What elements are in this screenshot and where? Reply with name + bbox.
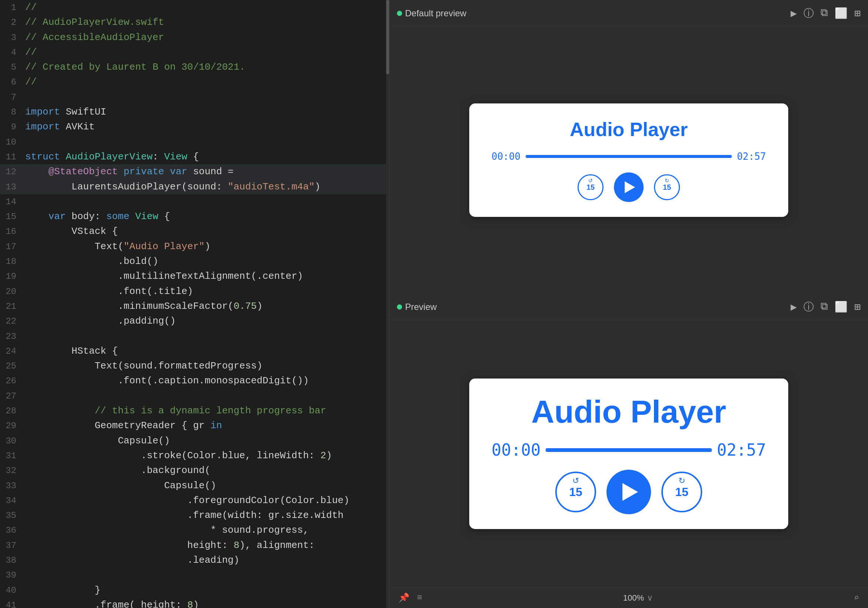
device-icon[interactable]: ⬜ — [835, 7, 848, 20]
line-number: 14 — [0, 195, 22, 209]
code-line-33: 33 Capsule() — [0, 478, 389, 493]
list-icon[interactable]: ≡ — [417, 593, 422, 603]
bottom-device-icon[interactable]: ⬜ — [835, 301, 848, 313]
bottom-info-icon[interactable]: ⓘ — [803, 300, 814, 314]
line-content: .leading) — [22, 553, 389, 568]
code-line-11: 11struct AudioPlayerView: View { — [0, 149, 389, 164]
scrollbar-track[interactable] — [386, 0, 389, 608]
line-content: .font(.caption.monospacedDigit()) — [22, 373, 389, 388]
code-line-28: 28 // this is a dynamic length progress … — [0, 403, 389, 418]
line-number: 7 — [0, 90, 22, 104]
status-dot-bottom — [397, 304, 402, 309]
run-icon[interactable]: ▶ — [790, 7, 797, 20]
bottom-preview-card: Audio Player 00:00 02:57 ↺ 15 ↻ 15 — [469, 379, 788, 529]
search-icon[interactable]: ⌕ — [854, 593, 859, 603]
code-line-14: 14 — [0, 194, 389, 209]
bottom-time-start: 00:00 — [491, 441, 541, 459]
code-line-34: 34 .foregroundColor(Color.blue) — [0, 493, 389, 508]
code-editor[interactable]: 1//2// AudioPlayerView.swift3// Accessib… — [0, 0, 389, 608]
line-content — [22, 568, 389, 582]
top-skip-fwd-label: 15 — [663, 183, 671, 192]
bottom-skip-back-label: 15 — [569, 485, 582, 499]
line-content — [22, 90, 389, 105]
line-content: // — [22, 45, 389, 60]
bottom-skip-fwd-arrow-icon: ↻ — [679, 476, 685, 486]
line-content: Capsule() — [22, 433, 389, 448]
line-number: 29 — [0, 419, 22, 433]
line-number: 19 — [0, 269, 22, 283]
code-line-5: 5// Created by Laurent B on 30/10/2021. — [0, 60, 389, 74]
code-line-19: 19 .multilineTextAlignment(.center) — [0, 269, 389, 284]
bottom-progress-track[interactable] — [546, 448, 711, 452]
line-number: 3 — [0, 31, 22, 45]
line-number: 35 — [0, 509, 22, 522]
bottom-play-button[interactable] — [606, 470, 651, 514]
code-line-7: 7 — [0, 90, 389, 105]
bottom-run-icon[interactable]: ▶ — [790, 301, 797, 313]
line-content: .stroke(Color.blue, lineWidth: 2) — [22, 448, 389, 463]
duplicate-icon[interactable]: ⧉ — [820, 8, 828, 19]
line-content: @StateObject private var sound = — [22, 164, 389, 179]
line-content: .padding() — [22, 314, 389, 328]
line-number: 10 — [0, 135, 22, 149]
zoom-control[interactable]: 100% ∨ — [623, 593, 653, 603]
status-dot-top — [397, 11, 402, 16]
top-skip-back-button[interactable]: ↺ 15 — [578, 174, 603, 200]
orient-icon[interactable]: ⊞ — [854, 7, 860, 20]
code-line-39: 39 — [0, 568, 389, 582]
top-progress-row: 00:00 02:57 — [491, 151, 766, 162]
line-content: // this is a dynamic length progress bar — [22, 403, 389, 418]
top-preview-toolbar: Default preview ▶ ⓘ ⧉ ⬜ ⊞ — [389, 0, 868, 27]
bottom-right-icons: ⌕ — [854, 593, 859, 603]
code-line-20: 20 .font(.title) — [0, 284, 389, 299]
bottom-skip-forward-button[interactable]: ↻ 15 — [661, 472, 702, 512]
code-line-2: 2// AudioPlayerView.swift — [0, 15, 389, 29]
line-number: 38 — [0, 554, 22, 567]
code-line-37: 37 height: 8), alignment: — [0, 538, 389, 553]
top-progress-track[interactable] — [525, 155, 732, 158]
line-content — [22, 194, 389, 209]
line-content: // — [22, 74, 389, 89]
bottom-skip-back-button[interactable]: ↺ 15 — [555, 472, 596, 512]
code-line-32: 32 .background( — [0, 463, 389, 478]
line-number: 37 — [0, 539, 22, 552]
line-number: 16 — [0, 225, 22, 238]
zoom-label: 100% — [623, 593, 644, 603]
bottom-duplicate-icon[interactable]: ⧉ — [820, 301, 828, 313]
line-content: Capsule() — [22, 478, 389, 493]
top-skip-forward-button[interactable]: ↻ 15 — [654, 174, 680, 200]
code-line-10: 10 — [0, 135, 389, 149]
line-content: import SwiftUI — [22, 105, 389, 119]
code-line-22: 22 .padding() — [0, 314, 389, 328]
code-line-31: 31 .stroke(Color.blue, lineWidth: 2) — [0, 448, 389, 463]
line-number: 21 — [0, 300, 22, 313]
code-content: 1//2// AudioPlayerView.swift3// Accessib… — [0, 0, 389, 608]
line-number: 2 — [0, 15, 22, 29]
line-number: 5 — [0, 60, 22, 74]
info-icon[interactable]: ⓘ — [803, 6, 814, 20]
skip-back-arrow-icon: ↺ — [588, 178, 593, 184]
code-line-8: 8import SwiftUI — [0, 105, 389, 119]
bottom-progress-row: 00:00 02:57 — [491, 441, 766, 459]
line-content: var body: some View { — [22, 209, 389, 224]
code-line-38: 38 .leading) — [0, 553, 389, 568]
pin-icon[interactable]: 📌 — [398, 593, 409, 603]
line-number: 22 — [0, 314, 22, 328]
line-content: struct AudioPlayerView: View { — [22, 149, 389, 164]
top-play-button[interactable] — [614, 172, 643, 202]
line-number: 12 — [0, 165, 22, 179]
scrollbar-thumb[interactable] — [386, 0, 389, 74]
line-content: // AudioPlayerView.swift — [22, 15, 389, 29]
code-line-9: 9import AVKit — [0, 119, 389, 134]
code-line-3: 3// AccessibleAudioPlayer — [0, 30, 389, 45]
line-content: // Created by Laurent B on 30/10/2021. — [22, 60, 389, 74]
line-content: Text(sound.formattedProgress) — [22, 359, 389, 373]
line-content: .foregroundColor(Color.blue) — [22, 493, 389, 508]
line-number: 32 — [0, 464, 22, 478]
line-content: VStack { — [22, 224, 389, 239]
bottom-orient-icon[interactable]: ⊞ — [854, 301, 860, 313]
line-content: .font(.title) — [22, 284, 389, 299]
line-number: 9 — [0, 120, 22, 134]
line-number: 28 — [0, 404, 22, 418]
line-content: // AccessibleAudioPlayer — [22, 30, 389, 45]
